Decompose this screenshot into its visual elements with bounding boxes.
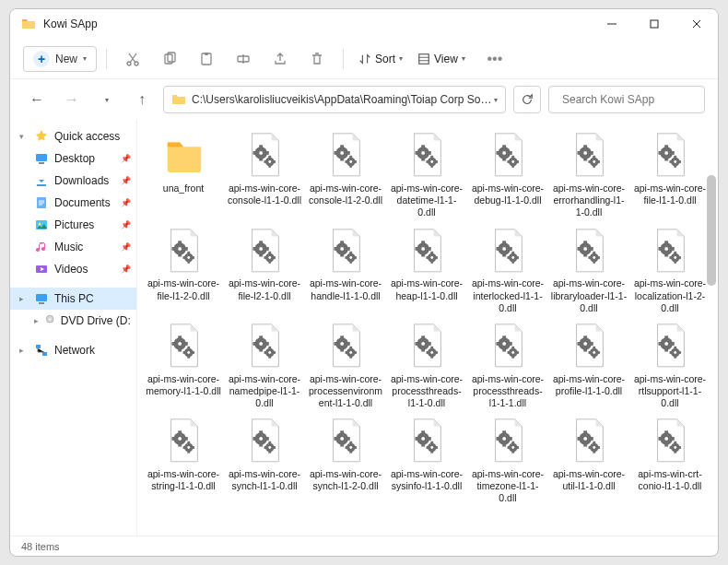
file-item[interactable]: api-ms-win-core-file-l2-1-0.dll (226, 224, 303, 313)
folder-item[interactable]: una_front (145, 129, 222, 218)
file-item[interactable]: api-ms-win-crt-conio-l1-1-0.dll (631, 415, 709, 504)
file-item[interactable]: api-ms-win-core-console-l1-1-0.dll (226, 129, 303, 218)
paste-button[interactable] (190, 45, 223, 73)
svg-rect-220 (416, 342, 418, 346)
minimize-button[interactable] (591, 9, 633, 39)
chevron-down-icon[interactable]: ▾ (19, 132, 29, 141)
file-item[interactable]: api-ms-win-core-file-l1-1-0.dll (631, 129, 709, 218)
svg-rect-6 (205, 53, 208, 55)
sort-button[interactable]: Sort ▾ (353, 53, 408, 65)
refresh-button[interactable] (513, 86, 541, 113)
file-item[interactable]: api-ms-win-core-handle-l1-1-0.dll (307, 224, 384, 313)
command-bar: + New ▾ Sort ▾ View ▾ ••• (10, 39, 718, 79)
file-item[interactable]: api-ms-win-core-processthreads-l1-1-0.dl… (388, 320, 465, 409)
svg-rect-294 (349, 441, 352, 443)
svg-rect-245 (591, 342, 593, 346)
sidebar-item-pictures[interactable]: Pictures📌 (10, 214, 136, 236)
titlebar[interactable]: Kowi SApp (10, 9, 718, 39)
address-bar[interactable]: C:\Users\karolisliucveikis\AppData\Roami… (163, 86, 506, 113)
svg-rect-158 (583, 241, 587, 243)
sidebar-label: Documents (54, 196, 111, 209)
back-button[interactable]: ← (23, 86, 51, 113)
nav-pane[interactable]: ▾ Quick access Desktop📌Downloads📌Documen… (10, 120, 137, 536)
delete-button[interactable] (300, 45, 334, 73)
forward-button[interactable]: → (58, 86, 86, 113)
svg-rect-174 (674, 251, 676, 253)
svg-rect-314 (502, 431, 506, 434)
dll-file-icon (649, 129, 691, 181)
view-button[interactable]: View ▾ (412, 53, 471, 65)
file-item[interactable]: api-ms-win-core-datetime-l1-1-0.dll (388, 129, 465, 218)
chevron-down-icon: ▾ (399, 54, 403, 63)
file-item[interactable]: api-ms-win-core-localization-l1-2-0.dll (631, 224, 709, 313)
sidebar-this-pc[interactable]: ▸ This PC (10, 288, 136, 310)
chevron-right-icon[interactable]: ▸ (19, 346, 29, 355)
file-item[interactable]: api-ms-win-core-file-l1-2-0.dll (145, 224, 222, 313)
sidebar-item-downloads[interactable]: Downloads📌 (10, 170, 136, 192)
file-item[interactable]: api-ms-win-core-libraryloader-l1-1-0.dll (550, 224, 628, 313)
search-input[interactable] (562, 93, 700, 106)
file-item[interactable]: api-ms-win-core-synch-l1-2-0.dll (307, 415, 384, 504)
file-pane[interactable]: una_frontapi-ms-win-core-console-l1-1-0.… (137, 120, 718, 536)
svg-rect-55 (430, 165, 433, 167)
file-item[interactable]: api-ms-win-core-errorhandling-l1-1-0.dll (550, 129, 628, 218)
file-name: api-ms-win-core-errorhandling-l1-1-0.dll (550, 182, 628, 218)
sidebar-quick-access[interactable]: ▾ Quick access (10, 125, 136, 147)
explorer-window: Kowi SApp + New ▾ Sort ▾ View ▾ (9, 8, 719, 557)
file-item[interactable]: api-ms-win-core-synch-l1-1-0.dll (226, 415, 303, 504)
file-item[interactable]: api-ms-win-core-rtlsupport-l1-1-0.dll (631, 320, 709, 409)
file-item[interactable]: api-ms-win-core-util-l1-1-0.dll (550, 415, 628, 504)
sidebar-label: Desktop (54, 152, 95, 165)
svg-rect-30 (268, 156, 271, 158)
share-button[interactable] (264, 45, 297, 73)
svg-rect-257 (672, 342, 675, 346)
chevron-down-icon[interactable]: ▾ (494, 96, 498, 104)
copy-button[interactable] (153, 45, 186, 73)
file-item[interactable]: api-ms-win-core-console-l1-2-0.dll (307, 129, 384, 218)
file-item[interactable]: api-ms-win-core-heap-l1-1-0.dll (388, 224, 465, 313)
new-button[interactable]: + New ▾ (23, 46, 97, 72)
svg-rect-256 (659, 342, 662, 346)
file-item[interactable]: api-ms-win-core-processenvironment-l1-1-… (307, 320, 384, 409)
recent-button[interactable]: ▾ (93, 86, 121, 113)
file-item[interactable]: api-ms-win-core-namedpipe-l1-1-0.dll (226, 320, 303, 409)
file-item[interactable]: api-ms-win-core-timezone-l1-1-0.dll (469, 415, 546, 504)
file-name: api-ms-win-core-localization-l1-2-0.dll (631, 277, 709, 313)
more-button[interactable]: ••• (478, 45, 511, 73)
file-item[interactable]: api-ms-win-core-debug-l1-1-0.dll (469, 129, 546, 218)
cut-button[interactable] (116, 45, 149, 73)
close-button[interactable] (675, 9, 718, 39)
chevron-right-icon[interactable]: ▸ (19, 294, 29, 303)
documents-icon (34, 195, 49, 210)
file-item[interactable]: api-ms-win-core-string-l1-1-0.dll (145, 415, 222, 504)
file-name: api-ms-win-core-string-l1-1-0.dll (145, 468, 222, 503)
sidebar-dvd[interactable]: ▸ DVD Drive (D:) CCCC (10, 310, 136, 332)
file-item[interactable]: api-ms-win-core-profile-l1-1-0.dll (550, 320, 628, 409)
file-name: api-ms-win-core-file-l2-1-0.dll (226, 277, 303, 312)
svg-rect-283 (268, 452, 271, 453)
file-item[interactable]: api-ms-win-core-interlocked-l1-1-0.dll (469, 224, 546, 313)
svg-point-24 (259, 151, 263, 155)
svg-point-193 (268, 351, 271, 354)
search-box[interactable] (548, 86, 705, 113)
svg-rect-342 (674, 441, 676, 443)
chevron-right-icon[interactable]: ▸ (34, 316, 40, 325)
sidebar-item-documents[interactable]: Documents📌 (10, 192, 136, 214)
file-item[interactable]: api-ms-win-core-memory-l1-1-0.dll (145, 320, 222, 409)
svg-rect-186 (187, 347, 190, 348)
sidebar-item-desktop[interactable]: Desktop📌 (10, 147, 136, 170)
sidebar-network[interactable]: ▸ Network (10, 339, 136, 361)
scrollbar[interactable] (707, 175, 716, 286)
sidebar-item-videos[interactable]: Videos📌 (10, 258, 136, 280)
svg-rect-208 (335, 342, 337, 346)
svg-rect-331 (593, 452, 595, 453)
dll-file-icon (243, 415, 286, 466)
rename-button[interactable] (227, 45, 260, 73)
up-button[interactable]: ↑ (128, 86, 156, 113)
sidebar-item-music[interactable]: Music📌 (10, 236, 136, 258)
maximize-button[interactable] (633, 9, 675, 39)
file-item[interactable]: api-ms-win-core-processthreads-l1-1-1.dl… (469, 320, 546, 409)
svg-point-337 (674, 446, 676, 449)
file-item[interactable]: api-ms-win-core-sysinfo-l1-1-0.dll (388, 415, 465, 504)
network-icon (34, 343, 49, 358)
